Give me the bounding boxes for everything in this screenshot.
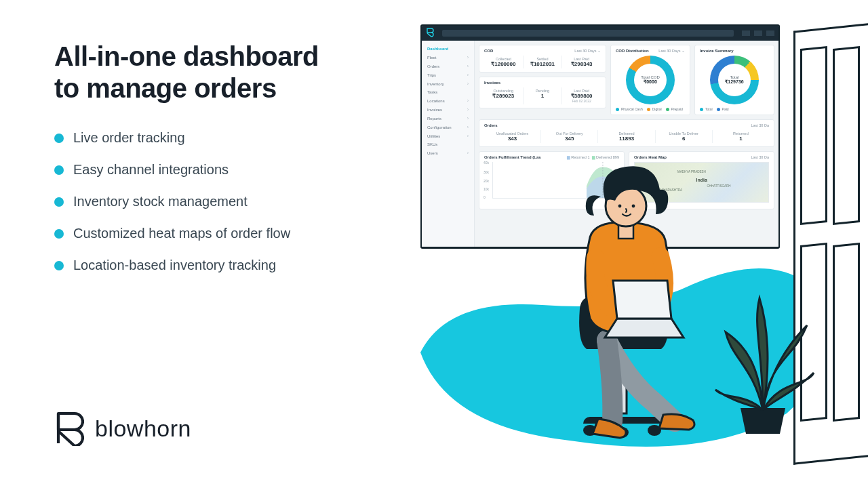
bullet-icon — [54, 261, 64, 270]
sidebar-item-fleet[interactable]: Fleet› — [422, 53, 474, 62]
panel-title: COD — [484, 49, 493, 53]
cod-distribution-panel: COD DistributionLast 30 Days ⌄ Total COD… — [610, 45, 690, 115]
cod-donut-chart: Total COD₹0000 — [626, 56, 675, 104]
sidebar-item-utilities[interactable]: Utilities› — [422, 131, 474, 140]
stat-returned: Returned1 — [713, 130, 769, 143]
sidebar: Dashboard Fleet› Orders› Trips› Inventor… — [422, 41, 475, 247]
bullet-icon — [54, 229, 64, 239]
stat-settled: Settled₹1012031 — [524, 56, 563, 68]
stat-pending: Pending1 — [524, 87, 563, 104]
panel-title: Orders — [484, 123, 498, 127]
stat-ofd: Out For Delivery345 — [541, 130, 598, 143]
feature-text: Easy channel integrations — [73, 162, 229, 178]
headline-line-1: All-in-one dashboard — [54, 41, 319, 71]
feature-item: Easy channel integrations — [54, 162, 407, 178]
app-logo-icon — [426, 28, 434, 39]
range-dropdown[interactable]: Last 30 Days ⌄ — [574, 49, 601, 53]
feature-text: Inventory stock management — [73, 194, 248, 209]
range-dropdown[interactable]: Last 30 Da — [751, 155, 769, 159]
panel-title: Invoice Summary — [700, 49, 734, 53]
sidebar-item-invoices[interactable]: Invoices› — [422, 105, 474, 114]
chevron-right-icon: › — [467, 125, 469, 129]
chevron-right-icon: › — [467, 116, 469, 121]
panel-title: Invoices — [484, 81, 500, 85]
cod-legend: Physical Cash Digital Prepaid — [616, 104, 685, 111]
range-dropdown[interactable]: Last 30 Da — [751, 123, 769, 127]
svg-point-10 — [632, 205, 635, 208]
feature-list: Live order tracking Easy channel integra… — [54, 130, 407, 273]
address-bar[interactable] — [442, 30, 734, 37]
stat-lastpaid: Last Paid₹298343 — [562, 56, 601, 68]
invoice-donut-chart: Total₹129736 — [710, 56, 759, 104]
feature-item: Location-based inventory tracking — [54, 258, 407, 273]
range-dropdown[interactable]: Last 30 Days ⌄ — [658, 49, 685, 53]
invoices-panel: Invoices Outstanding₹289023 Pending1 Las… — [479, 77, 606, 108]
sidebar-item-skus[interactable]: SKUs — [422, 140, 474, 148]
bullet-icon — [54, 197, 64, 207]
brand-lockup: blowhorn — [54, 411, 191, 446]
invoice-summary-panel: Invoice Summary Total₹129736 Total Paid — [694, 45, 774, 115]
browser-titlebar — [422, 26, 778, 41]
bullet-icon — [54, 134, 64, 143]
bullet-icon — [54, 165, 64, 175]
stat-collected: Collected₹1200000 — [484, 56, 524, 68]
cod-panel: CODLast 30 Days ⌄ Collected₹1200000 Sett… — [479, 45, 606, 73]
chevron-right-icon: › — [467, 107, 469, 112]
headline: All-in-one dashboard to manage orders — [54, 41, 407, 104]
sidebar-item-orders[interactable]: Orders› — [422, 62, 474, 70]
headline-line-2: to manage orders — [54, 73, 277, 103]
illustration-scene: Dashboard Fleet› Orders› Trips› Inventor… — [380, 0, 868, 488]
feature-text: Location-based inventory tracking — [73, 258, 276, 273]
invoice-legend: Total Paid — [700, 104, 769, 111]
chevron-right-icon: › — [467, 98, 469, 103]
window-close-icon[interactable] — [766, 30, 774, 36]
sidebar-item-tasks[interactable]: Tasks — [422, 88, 474, 96]
chevron-right-icon: › — [467, 150, 469, 155]
chevron-right-icon: › — [467, 81, 469, 86]
stat-inv-lastpaid: Last Paid₹389800Feb 02 2022 — [562, 87, 601, 104]
window-min-icon[interactable] — [742, 30, 750, 36]
feature-text: Live order tracking — [73, 130, 185, 146]
sidebar-item-users[interactable]: Users› — [422, 148, 474, 157]
sidebar-item-configuration[interactable]: Configuration› — [422, 123, 474, 131]
stat-unable: Unable To Deliver6 — [656, 130, 713, 143]
orders-panel: OrdersLast 30 Da Unallocated Orders343 O… — [479, 119, 774, 147]
chevron-right-icon: › — [467, 73, 469, 77]
window-max-icon[interactable] — [754, 30, 762, 36]
stat-unallocated: Unallocated Orders343 — [484, 130, 541, 143]
person-illustration — [515, 149, 739, 447]
feature-text: Customized heat maps of order flow — [73, 226, 290, 241]
sidebar-item-trips[interactable]: Trips› — [422, 70, 474, 79]
sidebar-item-inventory[interactable]: Inventory› — [422, 79, 474, 88]
feature-item: Live order tracking — [54, 130, 407, 146]
chevron-right-icon: › — [467, 134, 469, 138]
sidebar-item-reports[interactable]: Reports› — [422, 114, 474, 123]
sidebar-item-locations[interactable]: Locations› — [422, 96, 474, 105]
brand-name: blowhorn — [95, 415, 191, 442]
feature-item: Customized heat maps of order flow — [54, 226, 407, 241]
stat-delivered: Delivered11893 — [598, 130, 655, 143]
chevron-right-icon: › — [467, 64, 469, 68]
blowhorn-logo-icon — [54, 411, 84, 446]
panel-title: COD Distribution — [616, 49, 649, 53]
svg-point-9 — [618, 205, 622, 208]
feature-item: Inventory stock management — [54, 194, 407, 209]
chevron-right-icon: › — [467, 55, 469, 60]
stat-outstanding: Outstanding₹289023 — [484, 87, 524, 104]
sidebar-item-dashboard[interactable]: Dashboard — [422, 45, 474, 53]
